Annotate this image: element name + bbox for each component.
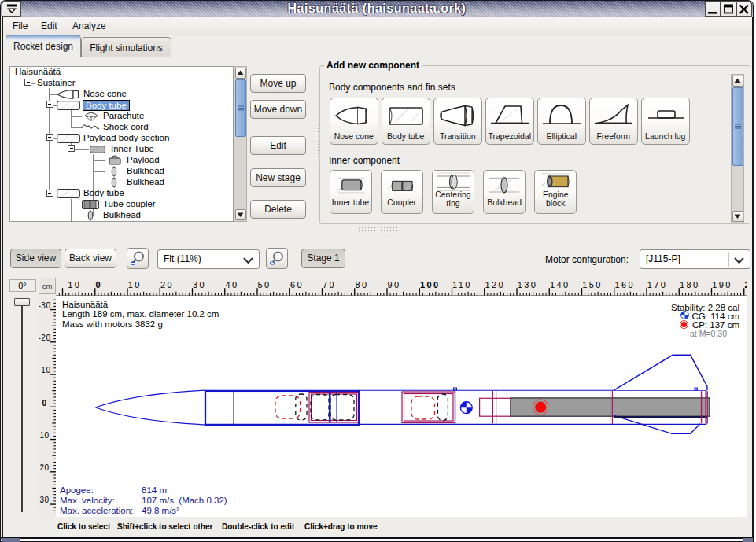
svg-text:-10: -10 (39, 366, 50, 374)
svg-text:0: 0 (42, 398, 46, 407)
svg-text:30: 30 (193, 280, 206, 289)
svg-text:10: 10 (39, 430, 49, 439)
svg-text:100: 100 (420, 280, 441, 289)
svg-text:130: 130 (518, 280, 538, 289)
svg-text:-20: -20 (39, 334, 50, 342)
svg-text:180: 180 (680, 280, 700, 289)
svg-text:150: 150 (582, 280, 603, 289)
svg-text:90: 90 (388, 280, 401, 289)
svg-text:-30: -30 (39, 300, 50, 309)
svg-text:160: 160 (614, 280, 635, 289)
svg-text:70: 70 (323, 280, 336, 289)
svg-text:200: 200 (744, 280, 747, 289)
svg-text:110: 110 (452, 280, 472, 289)
svg-text:10: 10 (128, 280, 142, 289)
svg-text:40: 40 (225, 280, 238, 289)
svg-text:60: 60 (290, 280, 304, 289)
svg-text:-10: -10 (63, 280, 81, 289)
svg-text:0: 0 (95, 280, 102, 289)
svg-text:30: 30 (39, 496, 49, 504)
svg-text:170: 170 (647, 280, 668, 289)
svg-text:50: 50 (258, 280, 271, 289)
svg-text:80: 80 (355, 280, 368, 289)
svg-text:20: 20 (160, 280, 174, 289)
svg-text:140: 140 (550, 280, 570, 289)
svg-text:120: 120 (485, 280, 505, 289)
svg-text:20: 20 (39, 463, 49, 472)
svg-text:190: 190 (712, 280, 732, 289)
